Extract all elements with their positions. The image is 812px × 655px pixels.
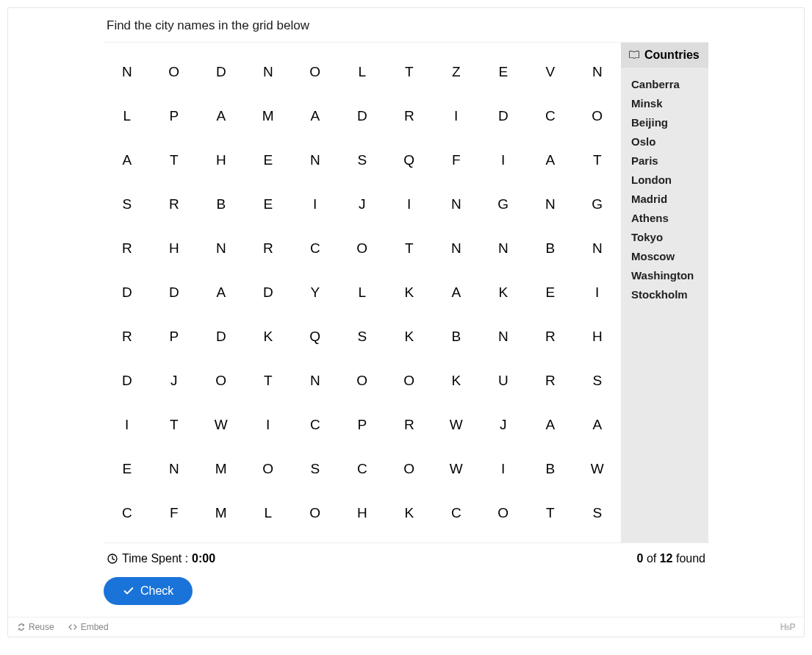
- grid-cell[interactable]: E: [527, 271, 574, 315]
- grid-cell[interactable]: R: [386, 403, 433, 447]
- grid-cell[interactable]: I: [433, 94, 480, 138]
- grid-cell[interactable]: S: [104, 182, 151, 226]
- grid-cell[interactable]: N: [198, 226, 245, 271]
- grid-cell[interactable]: H: [198, 138, 245, 182]
- grid-cell[interactable]: Q: [386, 138, 433, 182]
- grid-cell[interactable]: A: [292, 94, 339, 138]
- grid-cell[interactable]: C: [433, 491, 480, 535]
- grid-cell[interactable]: D: [104, 271, 151, 315]
- check-button[interactable]: Check: [104, 577, 193, 605]
- grid-cell[interactable]: K: [386, 491, 433, 535]
- grid-cell[interactable]: D: [245, 271, 292, 315]
- grid-cell[interactable]: T: [386, 226, 433, 271]
- grid-cell[interactable]: I: [104, 403, 151, 447]
- grid-cell[interactable]: B: [198, 182, 245, 226]
- grid-cell[interactable]: I: [574, 271, 621, 315]
- grid-cell[interactable]: D: [339, 94, 386, 138]
- grid-cell[interactable]: K: [386, 271, 433, 315]
- grid-cell[interactable]: C: [527, 94, 574, 138]
- grid-cell[interactable]: M: [198, 447, 245, 491]
- grid-cell[interactable]: C: [339, 447, 386, 491]
- grid-cell[interactable]: H: [574, 315, 621, 359]
- grid-cell[interactable]: Q: [292, 315, 339, 359]
- grid-cell[interactable]: E: [245, 182, 292, 226]
- grid-cell[interactable]: S: [292, 447, 339, 491]
- grid-cell[interactable]: A: [104, 138, 151, 182]
- grid-cell[interactable]: F: [433, 138, 480, 182]
- grid-cell[interactable]: R: [104, 315, 151, 359]
- grid-cell[interactable]: O: [339, 359, 386, 403]
- grid-cell[interactable]: I: [480, 138, 527, 182]
- grid-cell[interactable]: R: [527, 359, 574, 403]
- grid-cell[interactable]: O: [245, 447, 292, 491]
- grid-cell[interactable]: C: [292, 403, 339, 447]
- grid-cell[interactable]: I: [386, 182, 433, 226]
- grid-cell[interactable]: O: [292, 491, 339, 535]
- grid-cell[interactable]: A: [574, 403, 621, 447]
- grid-cell[interactable]: N: [480, 315, 527, 359]
- grid-cell[interactable]: L: [104, 94, 151, 138]
- grid-cell[interactable]: A: [198, 271, 245, 315]
- grid-cell[interactable]: N: [480, 226, 527, 271]
- grid-cell[interactable]: O: [386, 447, 433, 491]
- grid-cell[interactable]: N: [433, 226, 480, 271]
- grid-cell[interactable]: B: [527, 226, 574, 271]
- grid-cell[interactable]: W: [433, 447, 480, 491]
- grid-cell[interactable]: L: [339, 271, 386, 315]
- grid-cell[interactable]: J: [480, 403, 527, 447]
- grid-cell[interactable]: R: [245, 226, 292, 271]
- grid-cell[interactable]: N: [245, 50, 292, 94]
- grid-cell[interactable]: T: [245, 359, 292, 403]
- grid-cell[interactable]: A: [527, 138, 574, 182]
- grid-cell[interactable]: S: [574, 491, 621, 535]
- grid-cell[interactable]: K: [480, 271, 527, 315]
- grid-cell[interactable]: N: [574, 50, 621, 94]
- grid-cell[interactable]: U: [480, 359, 527, 403]
- grid-cell[interactable]: O: [198, 359, 245, 403]
- grid-cell[interactable]: I: [292, 182, 339, 226]
- grid-cell[interactable]: R: [386, 94, 433, 138]
- grid-cell[interactable]: L: [339, 50, 386, 94]
- grid-cell[interactable]: D: [151, 271, 198, 315]
- grid-cell[interactable]: A: [198, 94, 245, 138]
- grid-cell[interactable]: N: [527, 182, 574, 226]
- grid-cell[interactable]: T: [151, 403, 198, 447]
- grid-cell[interactable]: N: [292, 359, 339, 403]
- grid-cell[interactable]: D: [104, 359, 151, 403]
- grid-cell[interactable]: C: [292, 226, 339, 271]
- grid-cell[interactable]: L: [245, 491, 292, 535]
- grid-cell[interactable]: K: [245, 315, 292, 359]
- grid-cell[interactable]: T: [574, 138, 621, 182]
- grid-cell[interactable]: E: [104, 447, 151, 491]
- grid-cell[interactable]: R: [104, 226, 151, 271]
- grid-cell[interactable]: C: [104, 491, 151, 535]
- grid-cell[interactable]: S: [339, 138, 386, 182]
- grid-cell[interactable]: F: [151, 491, 198, 535]
- grid-cell[interactable]: O: [151, 50, 198, 94]
- grid-cell[interactable]: J: [339, 182, 386, 226]
- letter-grid[interactable]: NODNOLTZEVNLPAMADRIDCOATHENSQFIATSRBEIJI…: [104, 43, 621, 543]
- grid-cell[interactable]: Z: [433, 50, 480, 94]
- grid-cell[interactable]: D: [480, 94, 527, 138]
- grid-cell[interactable]: O: [386, 359, 433, 403]
- grid-cell[interactable]: B: [527, 447, 574, 491]
- grid-cell[interactable]: S: [574, 359, 621, 403]
- grid-cell[interactable]: M: [245, 94, 292, 138]
- grid-cell[interactable]: K: [433, 359, 480, 403]
- grid-cell[interactable]: W: [433, 403, 480, 447]
- grid-cell[interactable]: O: [339, 226, 386, 271]
- grid-cell[interactable]: N: [292, 138, 339, 182]
- grid-cell[interactable]: T: [386, 50, 433, 94]
- grid-cell[interactable]: N: [433, 182, 480, 226]
- grid-cell[interactable]: H: [339, 491, 386, 535]
- h5p-logo[interactable]: H5P: [780, 622, 795, 632]
- grid-cell[interactable]: S: [339, 315, 386, 359]
- grid-cell[interactable]: T: [527, 491, 574, 535]
- grid-cell[interactable]: J: [151, 359, 198, 403]
- grid-cell[interactable]: N: [151, 447, 198, 491]
- grid-cell[interactable]: E: [480, 50, 527, 94]
- grid-cell[interactable]: D: [198, 315, 245, 359]
- grid-cell[interactable]: A: [433, 271, 480, 315]
- grid-cell[interactable]: D: [198, 50, 245, 94]
- grid-cell[interactable]: A: [527, 403, 574, 447]
